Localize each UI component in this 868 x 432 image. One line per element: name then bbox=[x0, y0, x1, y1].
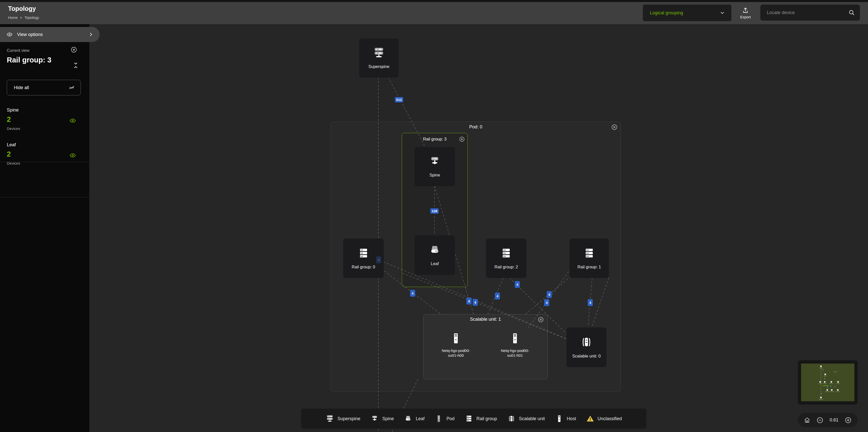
export-label: Export bbox=[740, 15, 751, 19]
host-h00-label: Netq-hgx-pod00-su01-h00 bbox=[437, 348, 475, 358]
device-group-spine[interactable]: Spine 2 Devices bbox=[0, 107, 89, 143]
group-unit-label: Devices bbox=[7, 161, 20, 165]
rail-group-icon bbox=[357, 247, 370, 259]
group-unit-label: Devices bbox=[7, 126, 20, 131]
spine-node-label: Spine bbox=[430, 172, 440, 178]
legend-item-unclassified: Unclassified bbox=[586, 415, 622, 423]
node-type-legend: Superspine Spine Leaf Pod Rail group Sca… bbox=[301, 409, 646, 429]
current-view-label: Current view bbox=[7, 48, 29, 53]
current-view-close-button[interactable] bbox=[70, 46, 77, 53]
legend-item-rail-group: Rail group bbox=[465, 414, 497, 423]
rail-group-2-node[interactable]: Rail group: 2 bbox=[486, 238, 527, 278]
breadcrumb-separator: > bbox=[20, 16, 22, 20]
host-icon bbox=[555, 414, 564, 423]
rail-group-0-label: Rail group: 0 bbox=[352, 264, 375, 270]
export-button[interactable]: Export bbox=[736, 4, 755, 22]
eye-icon bbox=[6, 31, 12, 37]
minimap-preview bbox=[801, 364, 855, 401]
link-count-badge-4[interactable]: 4 bbox=[547, 291, 552, 298]
topology-links-layer bbox=[0, 0, 868, 432]
visibility-eye-icon[interactable] bbox=[69, 117, 76, 124]
scalable-unit-0-label: Scalable unit: 0 bbox=[572, 353, 601, 359]
warning-triangle-icon bbox=[586, 415, 594, 423]
hide-all-button[interactable]: Hide all bbox=[7, 80, 81, 95]
link-count-badge-4[interactable]: 4 bbox=[515, 281, 520, 288]
spine-icon bbox=[428, 155, 441, 167]
rail-group-icon bbox=[500, 247, 513, 259]
link-count-badge-512[interactable]: 512 bbox=[395, 97, 403, 103]
legend-item-leaf: Leaf bbox=[404, 414, 425, 423]
page-header: Topology Home > Topology Logical groupin… bbox=[0, 2, 868, 24]
breadcrumb: Home > Topology bbox=[8, 16, 39, 20]
fit-to-screen-button[interactable] bbox=[804, 417, 810, 424]
group-device-count: 2 bbox=[7, 150, 11, 159]
host-icon bbox=[509, 332, 521, 345]
zoom-controls: 0.61 bbox=[798, 413, 858, 427]
link-rg1-su0-b bbox=[592, 278, 609, 327]
legend-item-pod: Pod bbox=[434, 414, 454, 423]
view-options-button[interactable]: View options bbox=[0, 27, 100, 42]
hide-all-label: Hide all bbox=[14, 85, 29, 90]
link-count-badge-4[interactable]: 4 bbox=[410, 290, 415, 297]
locate-device-input[interactable] bbox=[766, 10, 848, 16]
page-title: Topology bbox=[8, 5, 36, 12]
spine-icon bbox=[370, 414, 379, 423]
group-name: Leaf bbox=[7, 142, 16, 147]
spine-node[interactable]: Spine bbox=[414, 147, 455, 186]
group-device-count: 2 bbox=[7, 115, 11, 124]
export-upload-icon bbox=[742, 7, 749, 14]
link-count-badge-128[interactable]: 128 bbox=[431, 208, 439, 214]
current-view-value: Rail group: 3 bbox=[7, 56, 51, 64]
link-count-badge-4[interactable]: 4 bbox=[466, 298, 471, 305]
chevron-down-icon bbox=[719, 10, 725, 16]
rail-group-1-label: Rail group: 1 bbox=[578, 264, 601, 270]
legend-item-superspine: Superspine bbox=[326, 414, 360, 423]
device-group-leaf[interactable]: Leaf 2 Devices bbox=[0, 142, 89, 177]
host-icon bbox=[450, 332, 462, 345]
scalable-unit-0-node[interactable]: Scalable unit: 0 bbox=[566, 327, 607, 367]
group-name: Spine bbox=[7, 107, 19, 113]
rail-group-1-node[interactable]: Rail group: 1 bbox=[569, 238, 609, 278]
superspine-label: Superspine bbox=[368, 64, 389, 69]
link-count-badge-4[interactable]: 4 bbox=[544, 299, 549, 306]
rail-group-icon bbox=[583, 247, 596, 259]
scalable-unit-icon bbox=[580, 336, 593, 348]
superspine-icon bbox=[372, 47, 386, 59]
link-superspine-spine bbox=[388, 77, 429, 153]
pod-icon bbox=[434, 414, 443, 423]
rail-group-icon bbox=[465, 414, 473, 423]
host-node-h00[interactable]: Netq-hgx-pod00-su01-h00 bbox=[434, 332, 477, 358]
host-node-h01[interactable]: Netq-hgx-pod00-su01-h01 bbox=[494, 332, 536, 358]
link-count-badge-4[interactable]: 4 bbox=[495, 293, 500, 299]
link-leaf-su0 bbox=[403, 273, 567, 339]
collapse-view-icon[interactable] bbox=[72, 61, 79, 69]
zoom-out-button[interactable] bbox=[816, 416, 824, 424]
grouping-dropdown[interactable]: Logical grouping bbox=[643, 4, 732, 21]
legend-item-spine: Spine bbox=[370, 414, 394, 423]
legend-item-host: Host bbox=[555, 414, 576, 423]
sidebar: View options Current view Rail group: 3 … bbox=[0, 24, 89, 432]
leaf-icon bbox=[404, 414, 412, 423]
breadcrumb-home[interactable]: Home bbox=[8, 16, 18, 20]
host-h01-label: Netq-hgx-pod00-su01-h01 bbox=[496, 348, 534, 358]
scalable-unit-icon bbox=[507, 414, 516, 423]
link-count-badge-4[interactable]: 4 bbox=[473, 299, 478, 306]
grouping-dropdown-value: Logical grouping bbox=[650, 10, 683, 16]
link-count-badge-4[interactable]: 4 bbox=[588, 299, 593, 306]
rail-group-2-label: Rail group: 2 bbox=[494, 264, 518, 270]
leaf-node[interactable]: Leaf bbox=[414, 235, 455, 275]
eye-off-icon bbox=[68, 84, 75, 91]
locate-device-search[interactable] bbox=[760, 4, 860, 21]
minimap[interactable] bbox=[798, 360, 858, 405]
chevron-right-icon bbox=[88, 32, 94, 37]
window-top-edge bbox=[0, 0, 868, 2]
view-options-label: View options bbox=[17, 32, 84, 37]
superspine-icon bbox=[326, 414, 334, 423]
zoom-level-value: 0.61 bbox=[830, 417, 839, 423]
search-icon[interactable] bbox=[848, 9, 855, 16]
visibility-eye-icon[interactable] bbox=[69, 152, 76, 159]
zoom-in-button[interactable] bbox=[845, 416, 851, 424]
superspine-node[interactable]: Superspine bbox=[359, 38, 399, 78]
breadcrumb-current: Topology bbox=[24, 16, 39, 20]
link-count-badge-4-hidden: 4 bbox=[376, 257, 381, 263]
